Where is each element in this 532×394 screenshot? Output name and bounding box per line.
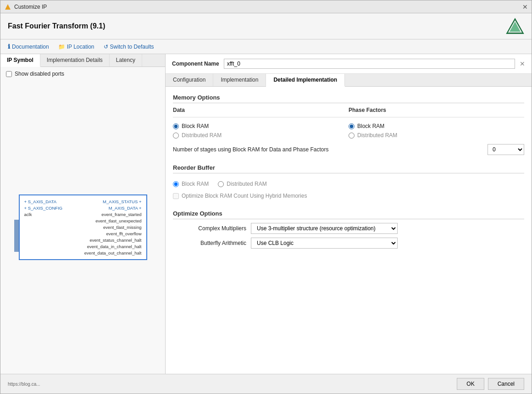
optimize-options-section: Optimize Options Complex Multipliers Use… bbox=[173, 210, 524, 249]
ip-symbol-area: + S_AXIS_DATA + S_AXIS_CONFIG aclk M_AXI… bbox=[0, 81, 165, 374]
data-phase-row: Data Block RAM Distributed RAM bbox=[173, 107, 524, 139]
reorder-buffer-title: Reorder Buffer bbox=[173, 164, 524, 173]
reorder-block-ram-option[interactable]: Block RAM bbox=[173, 181, 209, 187]
stages-select[interactable]: 0 1 2 3 4 5 6 bbox=[488, 144, 524, 155]
show-disabled-checkbox[interactable] bbox=[6, 71, 12, 77]
optimize-hybrid-label: Optimize Block RAM Count Using Hybrid Me… bbox=[182, 193, 307, 199]
memory-options-title: Memory Options bbox=[173, 94, 524, 103]
ip-port-event-data-out-channel-halt: event_data_out_channel_halt bbox=[84, 250, 142, 255]
ip-location-label: IP Location bbox=[67, 44, 94, 50]
title-bar: Customize IP ✕ bbox=[0, 0, 532, 13]
switch-defaults-link[interactable]: ↺ Switch to Defaults bbox=[104, 44, 154, 50]
phase-column: Phase Factors Block RAM Distributed RAM bbox=[349, 107, 524, 139]
butterfly-arithmetic-select[interactable]: Use CLB Logic Use DSP48 bbox=[251, 238, 398, 249]
ip-port-event-tlast-missing: event_tlast_missing bbox=[84, 225, 142, 230]
data-block-ram-option[interactable]: Block RAM bbox=[173, 123, 349, 129]
ok-button[interactable]: OK bbox=[457, 378, 484, 390]
ip-port-event-status-channel-halt: event_status_channel_halt bbox=[84, 238, 142, 243]
phase-header: Phase Factors bbox=[349, 107, 524, 113]
butterfly-arithmetic-label: Butterfly Arithmetic bbox=[173, 240, 246, 246]
stages-label: Number of stages using Block RAM for Dat… bbox=[173, 146, 483, 153]
component-name-label: Component Name bbox=[172, 61, 219, 67]
footer-url: https://blog.ca... bbox=[8, 382, 453, 387]
reorder-block-ram-label: Block RAM bbox=[182, 181, 209, 187]
ip-port-event-data-in-channel-halt: event_data_in_channel_halt bbox=[84, 244, 142, 249]
ip-left-ports: + S_AXIS_DATA + S_AXIS_CONFIG aclk bbox=[24, 199, 63, 255]
svg-marker-0 bbox=[5, 4, 11, 10]
tab-latency[interactable]: Latency bbox=[110, 54, 142, 67]
ip-port-event-fft-overflow: event_fft_overflow bbox=[84, 231, 142, 236]
ip-port-m-axis-data: M_AXIS_DATA + bbox=[84, 205, 142, 211]
reorder-radio-row: Block RAM Distributed RAM bbox=[173, 177, 524, 191]
ip-port-s-axis-data: + S_AXIS_DATA bbox=[24, 199, 63, 204]
phase-block-ram-radio[interactable] bbox=[349, 123, 355, 129]
left-connector-bar bbox=[14, 220, 19, 252]
tab-detailed-implementation[interactable]: Detailed Implementation bbox=[266, 74, 345, 87]
reorder-distributed-ram-label: Distributed RAM bbox=[227, 181, 266, 187]
phase-distributed-ram-label: Distributed RAM bbox=[357, 132, 397, 139]
component-name-input[interactable] bbox=[224, 59, 515, 69]
complex-multipliers-label: Complex Multipliers bbox=[173, 225, 246, 232]
tab-implementation[interactable]: Implementation bbox=[213, 74, 266, 86]
close-button[interactable]: ✕ bbox=[522, 3, 528, 11]
data-distributed-ram-radio[interactable] bbox=[173, 133, 179, 139]
left-panel: IP Symbol Implementation Details Latency… bbox=[0, 54, 166, 374]
phase-distributed-ram-radio[interactable] bbox=[349, 133, 355, 139]
refresh-icon: ↺ bbox=[104, 44, 108, 50]
optimize-options-title: Optimize Options bbox=[173, 210, 524, 219]
memory-options-section: Memory Options Data Block RAM bbox=[173, 94, 524, 155]
phase-distributed-ram-option[interactable]: Distributed RAM bbox=[349, 132, 524, 139]
toolbar: ℹ Documentation 📁 IP Location ↺ Switch t… bbox=[0, 39, 532, 54]
ip-port-s-axis-config: + S_AXIS_CONFIG bbox=[24, 205, 63, 211]
app-icon bbox=[4, 3, 11, 11]
page-title: Fast Fourier Transform (9.1) bbox=[8, 22, 105, 30]
logo-svg bbox=[506, 18, 524, 34]
right-tab-bar: Configuration Implementation Detailed Im… bbox=[166, 74, 532, 87]
reorder-distributed-ram-radio[interactable] bbox=[218, 181, 224, 187]
optimize-hybrid-row: Optimize Block RAM Count Using Hybrid Me… bbox=[173, 191, 524, 201]
data-block-ram-radio[interactable] bbox=[173, 123, 179, 129]
component-name-row: Component Name ✕ bbox=[166, 54, 532, 74]
phase-block-ram-option[interactable]: Block RAM bbox=[349, 123, 524, 129]
documentation-link[interactable]: ℹ Documentation bbox=[8, 43, 49, 50]
ip-box: + S_AXIS_DATA + S_AXIS_CONFIG aclk M_AXI… bbox=[19, 194, 147, 260]
switch-defaults-label: Switch to Defaults bbox=[110, 44, 154, 50]
ip-right-ports: M_AXIS_STATUS + M_AXIS_DATA + event_fram… bbox=[84, 199, 142, 255]
ip-box-ports: + S_AXIS_DATA + S_AXIS_CONFIG aclk M_AXI… bbox=[24, 199, 142, 255]
tab-configuration[interactable]: Configuration bbox=[166, 74, 213, 86]
footer: https://blog.ca... OK Cancel bbox=[0, 374, 532, 394]
reorder-buffer-section: Reorder Buffer Block RAM Distributed RAM bbox=[173, 164, 524, 201]
ip-port-event-frame-started: event_frame_started bbox=[84, 212, 142, 217]
reorder-block-ram-radio[interactable] bbox=[173, 181, 179, 187]
phase-radio-group: Block RAM Distributed RAM bbox=[349, 123, 524, 139]
show-disabled-row: Show disabled ports bbox=[0, 67, 165, 81]
data-block-ram-label: Block RAM bbox=[182, 123, 209, 129]
xilinx-logo bbox=[506, 18, 524, 34]
show-disabled-label: Show disabled ports bbox=[15, 71, 64, 77]
folder-icon: 📁 bbox=[58, 44, 65, 50]
data-distributed-ram-label: Distributed RAM bbox=[182, 132, 222, 139]
tab-implementation-details[interactable]: Implementation Details bbox=[40, 54, 110, 67]
ip-port-aclk: aclk bbox=[24, 212, 63, 217]
tab-ip-symbol[interactable]: IP Symbol bbox=[0, 54, 40, 67]
clear-name-button[interactable]: ✕ bbox=[520, 60, 525, 67]
complex-multipliers-row: Complex Multipliers Use 3-multiplier str… bbox=[173, 223, 524, 234]
complex-multipliers-select[interactable]: Use 3-multiplier structure (resource opt… bbox=[251, 223, 398, 234]
ip-port-event-tlast-unexpected: event_tlast_unexpected bbox=[84, 218, 142, 223]
right-panel: Component Name ✕ Configuration Implement… bbox=[166, 54, 532, 374]
butterfly-arithmetic-row: Butterfly Arithmetic Use CLB Logic Use D… bbox=[173, 238, 524, 249]
phase-block-ram-label: Block RAM bbox=[357, 123, 384, 129]
ip-port-m-axis-status: M_AXIS_STATUS + bbox=[84, 199, 142, 204]
optimize-hybrid-checkbox[interactable] bbox=[173, 193, 179, 199]
stages-row: Number of stages using Block RAM for Dat… bbox=[173, 144, 524, 155]
data-distributed-ram-option[interactable]: Distributed RAM bbox=[173, 132, 349, 139]
main-window: Customize IP ✕ Fast Fourier Transform (9… bbox=[0, 0, 532, 394]
ip-symbol-wrapper: + S_AXIS_DATA + S_AXIS_CONFIG aclk M_AXI… bbox=[19, 194, 147, 260]
data-header: Data bbox=[173, 107, 349, 113]
data-radio-group: Block RAM Distributed RAM bbox=[173, 123, 349, 139]
left-tab-bar: IP Symbol Implementation Details Latency bbox=[0, 54, 165, 67]
reorder-distributed-ram-option[interactable]: Distributed RAM bbox=[218, 181, 266, 187]
ip-location-link[interactable]: 📁 IP Location bbox=[58, 44, 94, 50]
cancel-button[interactable]: Cancel bbox=[488, 378, 524, 390]
detail-content: Memory Options Data Block RAM bbox=[166, 87, 532, 374]
